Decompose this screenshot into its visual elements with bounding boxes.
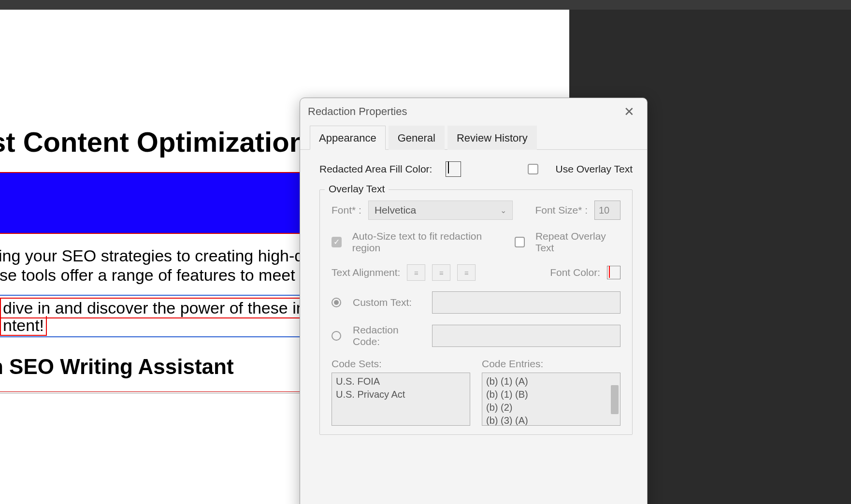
use-overlay-label: Use Overlay Text <box>556 163 633 175</box>
code-entries-label: Code Entries: <box>482 358 620 370</box>
dialog-titlebar[interactable]: Redaction Properties ✕ <box>300 98 647 125</box>
scrollbar-thumb[interactable] <box>611 385 619 414</box>
text-alignment-label: Text Alignment: <box>332 267 400 278</box>
list-item[interactable]: U.S. FOIA <box>336 375 466 388</box>
chevron-down-icon: ⌄ <box>500 206 506 215</box>
code-sets-label: Code Sets: <box>332 358 470 370</box>
dialog-tabstrip: Appearance General Review History <box>300 125 647 150</box>
redaction-code-label: Redaction Code: <box>353 324 425 347</box>
overlay-text-group: Overlay Text Font* : Helvetica ⌄ Font Si… <box>319 189 633 435</box>
redaction-code-radio[interactable] <box>332 331 341 341</box>
custom-text-input[interactable] <box>432 291 620 314</box>
align-left-icon: ≡ <box>414 269 418 277</box>
repeat-overlay-checkbox[interactable] <box>515 237 525 247</box>
font-size-input[interactable] <box>594 201 620 220</box>
font-combo-value: Helvetica <box>375 204 416 216</box>
tab-review-history[interactable]: Review History <box>447 126 537 150</box>
autosize-label: Auto-Size text to fit redaction region <box>352 230 502 254</box>
fill-color-swatch[interactable] <box>446 161 461 177</box>
align-center-icon: ≡ <box>439 269 444 277</box>
page-subheading: h SEO Writing Assistant <box>0 355 234 379</box>
list-item[interactable]: (b) (1) (A) <box>486 375 616 388</box>
redaction-mark-text[interactable]: ntent! <box>0 316 47 336</box>
list-item[interactable]: U.S. Privacy Act <box>336 388 466 401</box>
font-label: Font* : <box>332 204 361 216</box>
font-color-swatch[interactable] <box>607 266 620 279</box>
close-icon[interactable]: ✕ <box>619 102 639 121</box>
code-entries-listbox[interactable]: (b) (1) (A) (b) (1) (B) (b) (2) (b) (3) … <box>482 373 620 426</box>
align-right-button[interactable]: ≡ <box>457 264 476 281</box>
fill-color-label: Redacted Area Fill Color: <box>319 163 432 175</box>
align-center-button[interactable]: ≡ <box>432 264 450 281</box>
custom-text-label: Custom Text: <box>353 297 425 308</box>
redaction-code-display <box>432 325 620 347</box>
repeat-overlay-label: Repeat Overlay Text <box>535 230 620 254</box>
list-item[interactable]: (b) (3) (A) <box>486 414 616 426</box>
autosize-checkbox[interactable] <box>332 237 342 247</box>
tab-general[interactable]: General <box>389 126 445 150</box>
font-size-label: Font Size* : <box>535 204 588 216</box>
list-item[interactable]: (b) (1) (B) <box>486 388 616 401</box>
custom-text-radio[interactable] <box>332 298 341 307</box>
font-combo[interactable]: Helvetica ⌄ <box>368 201 513 220</box>
dialog-title: Redaction Properties <box>308 105 619 118</box>
font-color-label: Font Color: <box>550 267 600 278</box>
code-sets-listbox[interactable]: U.S. FOIA U.S. Privacy Act <box>332 373 470 426</box>
align-left-button[interactable]: ≡ <box>407 264 425 281</box>
appearance-panel: Redacted Area Fill Color: Use Overlay Te… <box>300 150 647 435</box>
redaction-properties-dialog: Redaction Properties ✕ Appearance Genera… <box>300 98 648 504</box>
document-viewport: st Content Optimization cing your SEO st… <box>0 10 851 504</box>
list-item[interactable]: (b) (2) <box>486 401 616 414</box>
alignment-button-group: ≡ ≡ ≡ <box>407 264 476 281</box>
align-right-icon: ≡ <box>464 269 469 277</box>
tab-appearance[interactable]: Appearance <box>310 126 386 150</box>
app-toolbar-strip <box>0 0 851 10</box>
overlay-text-legend: Overlay Text <box>325 183 389 195</box>
page-heading: st Content Optimization <box>0 126 306 158</box>
use-overlay-checkbox[interactable] <box>528 164 538 174</box>
